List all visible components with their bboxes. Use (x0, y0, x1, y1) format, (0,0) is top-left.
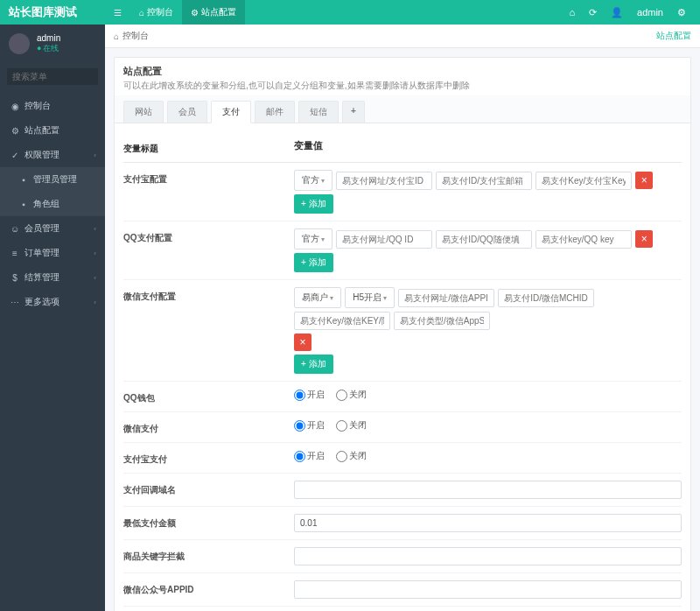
wxpay-delete-button[interactable]: × (294, 334, 312, 351)
wxpay-secret-input[interactable] (394, 312, 490, 330)
qqpay-key-input[interactable] (536, 230, 632, 249)
chevron-left-icon: ‹ (94, 298, 96, 306)
users-icon: ☺ (9, 224, 21, 234)
menu-siteconfig[interactable]: ⚙站点配置 (0, 118, 105, 143)
sidebar-menu: ◉控制台 ⚙站点配置 ✓权限管理‹ ▪管理员管理 ▪角色组 ☺会员管理‹ ≡订单… (0, 94, 105, 314)
breadcrumb-home[interactable]: 控制台 (122, 30, 149, 42)
search-input[interactable] (7, 68, 98, 85)
row-callback-domain: 支付回调域名 (123, 474, 682, 507)
wxpay-add-button[interactable]: 添加 (294, 355, 333, 374)
alipay-delete-button[interactable]: × (635, 172, 653, 189)
wxpay-url-input[interactable] (398, 289, 494, 307)
wxpay-id-input[interactable] (498, 289, 594, 307)
header-value: 变量值 (294, 139, 682, 152)
row-alipay-config: 支付宝配置 官方 × 添加 (123, 163, 682, 221)
menu-dashboard[interactable]: ◉控制台 (0, 94, 105, 118)
wx-appid-input[interactable] (294, 580, 682, 599)
wx-pay-off[interactable]: 关闭 (336, 420, 367, 430)
home-icon: ⌂ (114, 32, 119, 41)
topnav-dashboard[interactable]: ⌂ 控制台 (130, 0, 182, 25)
label-callback-domain: 支付回调域名 (123, 481, 294, 496)
avatar (9, 33, 30, 54)
menu-perm-role[interactable]: ▪角色组 (0, 192, 105, 216)
min-amount-input[interactable] (294, 514, 682, 532)
content: 站点配置 可以在此增改系统的变量和分组,也可以自定义分组和变量,如果需要删除请从… (105, 48, 700, 611)
wx-pay-on[interactable]: 开启 (294, 420, 325, 430)
menu-perm-admin[interactable]: ▪管理员管理 (0, 167, 105, 192)
refresh-icon[interactable]: ⟳ (582, 7, 604, 18)
tab-add[interactable]: + (342, 101, 365, 123)
settings-icon[interactable]: ⚙ (670, 7, 693, 18)
label-min-amount: 最低支付金额 (123, 514, 294, 530)
chevron-left-icon: ‹ (94, 225, 96, 233)
alipay-url-input[interactable] (336, 172, 432, 190)
alipay-add-button[interactable]: 添加 (294, 194, 333, 214)
label-goods-keyword: 商品关键字拦截 (123, 547, 294, 563)
topnav-siteconfig[interactable]: ⚙ 站点配置 (182, 0, 245, 25)
row-wx-pay: 微信支付 开启 关闭 (123, 412, 682, 443)
tab-mail[interactable]: 邮件 (255, 101, 295, 123)
ali-pay-off[interactable]: 关闭 (336, 451, 367, 460)
topbar-username[interactable]: admin (630, 7, 670, 18)
tab-pay[interactable]: 支付 (211, 101, 251, 123)
topbar-toggle[interactable]: ☰ (105, 0, 130, 25)
user-avatar-icon[interactable]: 👤 (604, 7, 630, 18)
chevron-left-icon: ‹ (94, 151, 96, 159)
goods-keyword-input[interactable] (294, 547, 682, 565)
row-wxpay-config: 微信支付配置 易商户 H5开启 × 添加 (123, 280, 682, 382)
dashboard-icon: ◉ (9, 102, 21, 111)
menu-member[interactable]: ☺会员管理‹ (0, 216, 105, 241)
home-icon[interactable]: ⌂ (562, 7, 582, 18)
home-icon: ⌂ (139, 8, 144, 18)
gear-icon: ⚙ (191, 8, 199, 18)
alipay-key-input[interactable] (536, 172, 632, 190)
tab-member[interactable]: 会员 (167, 101, 207, 123)
topbar: 站长图库测试 ☰ ⌂ 控制台 ⚙ 站点配置 ⌂ ⟳ 👤 admin ⚙ (0, 0, 700, 25)
topbar-left: ☰ ⌂ 控制台 ⚙ 站点配置 (105, 0, 245, 25)
qqpay-id-input[interactable] (436, 230, 532, 249)
wxpay-key-input[interactable] (294, 312, 390, 330)
shield-icon: ✓ (9, 151, 21, 160)
form-area: 变量标题 变量值 支付宝配置 官方 × 添加 (115, 123, 690, 611)
group-icon: ▪ (18, 200, 30, 209)
more-icon: ⋯ (9, 298, 21, 307)
row-qqpay-config: QQ支付配置 官方 × 添加 (123, 221, 682, 280)
menu-settle[interactable]: $结算管理‹ (0, 265, 105, 290)
qq-wallet-on[interactable]: 开启 (294, 390, 325, 399)
gear-icon: ⚙ (9, 126, 21, 136)
row-wx-appid: 微信公众号APPID (123, 573, 682, 607)
qqpay-url-input[interactable] (336, 230, 432, 249)
row-ali-pay: 支付宝支付 开启 关闭 (123, 443, 682, 474)
topbar-right: ⌂ ⟳ 👤 admin ⚙ (562, 7, 700, 18)
label-wx-appid: 微信公众号APPID (123, 580, 294, 596)
qqpay-add-button[interactable]: 添加 (294, 253, 333, 272)
menu-perm[interactable]: ✓权限管理‹ (0, 143, 105, 167)
qqpay-select[interactable]: 官方 (294, 228, 332, 249)
tab-site[interactable]: 网站 (123, 101, 164, 123)
menu-more[interactable]: ⋯更多选项‹ (0, 290, 105, 314)
tabs: 网站 会员 支付 邮件 短信 + (115, 95, 690, 123)
sidebar-username: admin (37, 33, 60, 43)
sidebar-user: admin 在线 (0, 25, 105, 63)
label-alipay: 支付宝配置 (123, 170, 294, 186)
breadcrumb-current[interactable]: 站点配置 (656, 30, 691, 42)
alipay-select[interactable]: 官方 (294, 170, 332, 191)
wxpay-select1[interactable]: 易商户 (294, 287, 341, 308)
wxpay-select2[interactable]: H5开启 (345, 287, 395, 308)
config-panel: 站点配置 可以在此增改系统的变量和分组,也可以自定义分组和变量,如果需要删除请从… (114, 57, 691, 611)
chevron-left-icon: ‹ (94, 249, 96, 257)
menu-order[interactable]: ≡订单管理‹ (0, 241, 105, 265)
qqpay-delete-button[interactable]: × (635, 230, 653, 248)
row-wx-appsecret: 微信公众号AppSecret (123, 607, 682, 611)
qq-wallet-off[interactable]: 关闭 (336, 390, 367, 399)
ali-pay-on[interactable]: 开启 (294, 451, 325, 460)
label-qq-wallet: QQ钱包 (123, 389, 294, 404)
panel-subtitle: 可以在此增改系统的变量和分组,也可以自定义分组和变量,如果需要删除请从数据库中删… (123, 80, 682, 92)
sidebar-status: 在线 (37, 43, 60, 54)
alipay-id-input[interactable] (436, 172, 532, 190)
callback-domain-input[interactable] (294, 481, 682, 499)
panel-header: 站点配置 可以在此增改系统的变量和分组,也可以自定义分组和变量,如果需要删除请从… (115, 58, 690, 95)
row-goods-keyword: 商品关键字拦截 (123, 540, 682, 573)
sidebar: admin 在线 ◉控制台 ⚙站点配置 ✓权限管理‹ ▪管理员管理 ▪角色组 ☺… (0, 25, 105, 611)
tab-sms[interactable]: 短信 (298, 101, 339, 123)
